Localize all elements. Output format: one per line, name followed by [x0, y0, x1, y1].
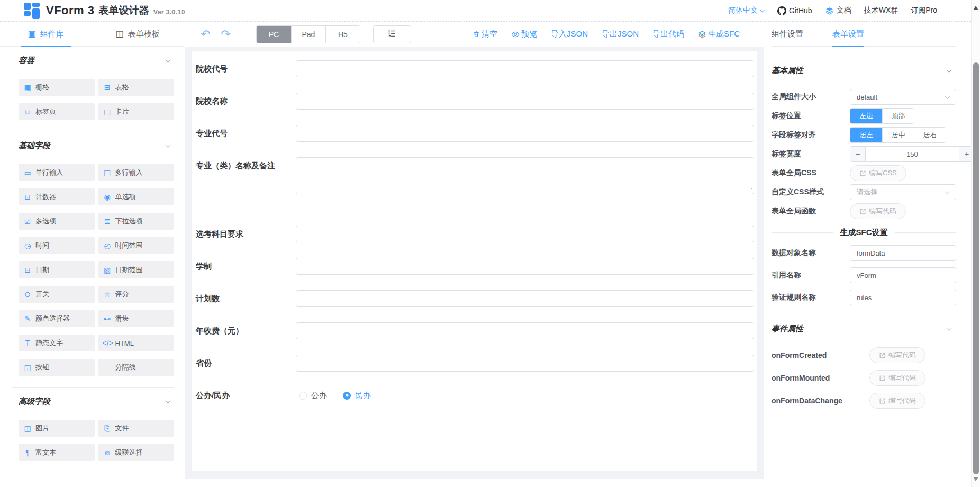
widget-item[interactable]: ▢卡片 [98, 103, 175, 120]
segment-option[interactable]: 顶部 [882, 109, 914, 123]
form-field-textarea[interactable] [296, 157, 754, 194]
header-link-github[interactable]: GitHub [777, 6, 812, 15]
radio-option[interactable]: 公办 [299, 391, 327, 401]
widget-item[interactable]: ◉单选项 [98, 188, 175, 205]
select-control[interactable]: 请选择 [850, 184, 956, 200]
event-code-button[interactable]: 编写代码 [869, 393, 925, 409]
form-field-input[interactable] [296, 258, 754, 275]
device-toggle-pc[interactable]: PC [257, 26, 291, 43]
sfc-setting-input[interactable] [850, 245, 956, 261]
form-field-input[interactable] [296, 322, 754, 339]
stepper-minus-button[interactable]: − [850, 147, 866, 161]
event-code-button[interactable]: 编写代码 [869, 347, 925, 363]
widget-item[interactable]: ▧日期范围 [98, 261, 175, 278]
form-field-input[interactable] [296, 226, 754, 242]
file-icon: ⎘ [103, 424, 112, 433]
widget-item[interactable]: ⊡计数器 [19, 188, 95, 205]
sidebar-tab-form-template[interactable]: ◫表单模板 [92, 22, 184, 46]
node-tree-button[interactable] [373, 25, 411, 43]
widget-item[interactable]: T静态文字 [19, 335, 95, 351]
scrollbar-up-arrow-icon[interactable] [973, 3, 978, 10]
event-props-header[interactable]: 事件属性 [772, 324, 956, 334]
browser-scrollbar[interactable] [971, 0, 980, 487]
form-canvas[interactable]: 院校代号 院校名称 专业代号 专业（类）名称及备注 选考科目要求 学制 计划数 … [192, 51, 757, 471]
form-field-input[interactable] [296, 290, 754, 307]
widget-item[interactable]: ✎颜色选择器 [19, 310, 95, 327]
widget-item[interactable]: ◷时间 [19, 237, 95, 254]
redo-button[interactable]: ↷ [221, 29, 230, 40]
device-toggle-h5[interactable]: H5 [325, 26, 360, 43]
toolbar-action-export-json[interactable]: 导出JSON [602, 29, 639, 39]
radio-option[interactable]: 民办 [343, 391, 371, 401]
sidebar-tab-widget-library[interactable]: ▣组件库 [0, 22, 92, 46]
widget-grid: ▦栅格⊞表格⧉标签页▢卡片 [19, 79, 174, 120]
widget-item[interactable]: ◫图片 [19, 420, 95, 437]
widget-item[interactable]: </>HTML [98, 335, 175, 351]
settings-tab[interactable]: 表单设置 [832, 22, 864, 46]
form-row[interactable]: 省份 [196, 355, 754, 372]
form-row[interactable]: 选考科目要求 [196, 226, 754, 242]
widget-item[interactable]: ◱按钮 [19, 359, 95, 376]
form-field-input[interactable] [296, 355, 754, 372]
widget-item[interactable]: ▦栅格 [19, 79, 95, 96]
widget-item[interactable]: —分隔线 [98, 359, 175, 376]
widget-item[interactable]: ⧈级联选择 [98, 444, 175, 461]
form-field-input[interactable] [296, 125, 754, 142]
form-row[interactable]: 年收费（元） [196, 322, 754, 339]
widget-item[interactable]: ⊞表格 [98, 79, 175, 96]
form-row[interactable]: 学制 [196, 258, 754, 275]
widget-item[interactable]: ⧉标签页 [19, 103, 95, 120]
segment-option[interactable]: 居中 [882, 128, 914, 142]
form-row[interactable]: 专业代号 [196, 125, 754, 142]
language-selector[interactable]: 简体中文 [728, 6, 765, 15]
segment-option[interactable]: 居左 [850, 128, 882, 142]
header-link-docs[interactable]: 文档 [825, 6, 851, 15]
form-row[interactable]: 公办/民办 公办民办 [196, 387, 754, 404]
header-link-subscribe-pro[interactable]: 订阅Pro [911, 6, 937, 15]
scrollbar-thumb[interactable] [973, 62, 979, 474]
widget-item[interactable]: ◴时间范围 [98, 237, 175, 254]
form-row[interactable]: 院校代号 [196, 60, 754, 77]
basic-props-header[interactable]: 基本属性 [772, 66, 956, 76]
event-code-button[interactable]: 编写代码 [869, 370, 925, 386]
header-link-wx-group[interactable]: 技术WX群 [864, 6, 899, 15]
toolbar-action-preview[interactable]: 预览 [511, 29, 537, 39]
sfc-setting-input[interactable] [850, 290, 956, 305]
widget-item[interactable]: ⊜开关 [19, 286, 95, 303]
section-header[interactable]: 基础字段 [19, 141, 174, 151]
widget-item[interactable]: ¶富文本 [19, 444, 95, 461]
property-control: 请选择 [850, 184, 956, 200]
toolbar-action-import-json[interactable]: 导入JSON [551, 29, 588, 39]
widget-item[interactable]: ≣下拉选项 [98, 213, 175, 230]
form-row[interactable]: 专业（类）名称及备注 [196, 157, 754, 196]
form-field-input[interactable] [296, 60, 754, 77]
code-editor-button[interactable]: 编写代码 [850, 203, 906, 219]
event-props-title: 事件属性 [772, 324, 803, 334]
toolbar-action-clear[interactable]: 清空 [473, 29, 497, 39]
segment-option[interactable]: 居右 [914, 128, 946, 142]
widget-item-label: 栅格 [35, 83, 49, 92]
stepper-input[interactable] [866, 147, 959, 161]
code-editor-button[interactable]: 编写CSS [850, 165, 906, 181]
widget-item[interactable]: ▤多行输入 [98, 164, 175, 181]
widget-item[interactable]: ☆评分 [98, 286, 175, 303]
scrollbar-down-arrow-icon[interactable] [973, 477, 978, 484]
toolbar-action-export-code[interactable]: 导出代码 [652, 29, 684, 39]
device-toggle-pad[interactable]: Pad [291, 26, 325, 43]
undo-button[interactable]: ↶ [201, 29, 210, 40]
widget-item[interactable]: ⊟日期 [19, 261, 95, 278]
section-header[interactable]: 容器 [19, 56, 174, 66]
select-control[interactable]: default [850, 89, 956, 105]
form-row[interactable]: 计划数 [196, 290, 754, 307]
widget-item[interactable]: ▭单行输入 [19, 164, 95, 181]
widget-item[interactable]: ⊷滑块 [98, 310, 175, 327]
segment-option[interactable]: 左边 [850, 109, 882, 123]
toolbar-action-generate-sfc[interactable]: 生成SFC [698, 29, 740, 39]
settings-tab[interactable]: 组件设置 [772, 22, 803, 46]
form-field-input[interactable] [296, 93, 754, 110]
form-row[interactable]: 院校名称 [196, 93, 754, 110]
widget-item[interactable]: ☑多选项 [19, 213, 95, 230]
section-header[interactable]: 高级字段 [19, 396, 174, 407]
sfc-setting-input[interactable] [850, 267, 956, 283]
widget-item[interactable]: ⎘文件 [98, 420, 175, 437]
